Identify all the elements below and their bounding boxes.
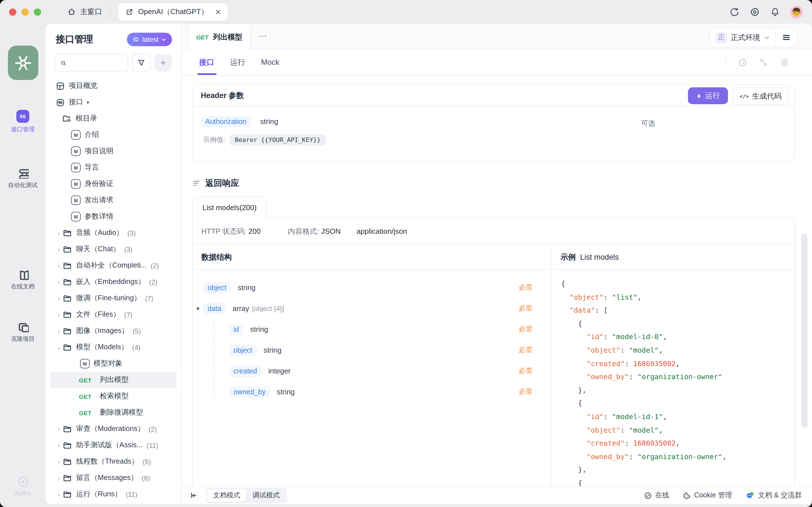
endpoint-tab[interactable]: GET 列出模型	[188, 24, 251, 50]
tree-endpoint-item[interactable]: GET删除微调模型	[46, 404, 181, 421]
tree-folder[interactable]: ›嵌入（Embeddings）(2)	[46, 274, 181, 290]
tree-doc-item[interactable]: M参数详情	[46, 209, 181, 225]
tree-folder[interactable]: ›图像（Images）(5)	[46, 323, 181, 339]
settings-gear-icon[interactable]	[749, 6, 760, 17]
collapse-sidebar-icon[interactable]	[190, 491, 198, 500]
search-field[interactable]	[70, 58, 122, 67]
tree-folder[interactable]: ›微调（Fine-tuning）(7)	[46, 290, 181, 306]
document-tabbar: GET 列出模型 ⋯ 正 正式环境	[182, 24, 812, 50]
chevron-right-icon[interactable]: ›	[55, 426, 63, 432]
folder-icon	[63, 424, 72, 434]
tree-folder[interactable]: ›线程数（Threads）(5)	[46, 453, 181, 470]
folder-icon	[63, 244, 72, 254]
debug-mode-button[interactable]: 调试模式	[246, 489, 286, 502]
run-button[interactable]: 运行	[688, 87, 728, 104]
rail-item-api-manage[interactable]: 96接口管理	[0, 110, 46, 133]
chevron-right-icon[interactable]: ›	[55, 279, 63, 285]
tree-folder[interactable]: ›审查（Moderations）(2)	[46, 421, 181, 437]
chevron-right-icon[interactable]: ›	[55, 246, 63, 252]
chevron-down-icon[interactable]: ⌄	[55, 344, 63, 350]
tree-endpoint-selected[interactable]: GET列出模型	[50, 372, 176, 388]
cookie-manager[interactable]: Cookie 管理	[683, 491, 732, 500]
apifox-brand-label: Apifox	[15, 490, 31, 496]
sidebar-item-overview[interactable]: 项目概览	[46, 78, 181, 94]
rail-item-automation[interactable]: 自动化测试	[0, 167, 46, 189]
schema-field-object[interactable]: objectstring必需	[193, 277, 552, 298]
tree-folder[interactable]: ›聊天（Chat）(3)	[46, 241, 181, 258]
vertical-scrollbar[interactable]	[801, 233, 808, 428]
tree-doc-item[interactable]: M发出请求	[46, 192, 181, 209]
chevron-right-icon[interactable]: ›	[55, 442, 63, 448]
schema-field-data[interactable]: ▼dataarray[object {4}]必需	[193, 298, 552, 319]
community-link[interactable]: 文档 & 交流群	[746, 491, 802, 500]
home-label: 主窗口	[80, 7, 102, 17]
sync-icon[interactable]	[729, 6, 740, 17]
schema-field-owned_by[interactable]: owned_bystring必需	[214, 381, 552, 402]
example-json[interactable]: { "object": "list", "data": [ { "id": "m…	[552, 270, 795, 486]
tree-doc-item[interactable]: M身份验证	[46, 176, 181, 192]
tree-folder[interactable]: ›留言（Messages）(8)	[46, 470, 181, 486]
doc-mode-button[interactable]: 文档模式	[207, 489, 246, 502]
minimize-window-button[interactable]	[21, 8, 29, 15]
environment-selector[interactable]: 正 正式环境	[710, 32, 775, 43]
chevron-right-icon[interactable]: ›	[55, 491, 63, 497]
clone-project-icon	[17, 321, 29, 332]
tree-folder[interactable]: ›音频（Audio）(3)	[46, 225, 181, 241]
caret-down-icon[interactable]: ▼	[193, 305, 203, 311]
project-logo-openai[interactable]	[8, 46, 38, 80]
tree-folder[interactable]: ›文件（Files）(7)	[46, 306, 181, 323]
flow-route-icon[interactable]	[758, 57, 769, 67]
tree-doc-item[interactable]: M导言	[46, 159, 181, 176]
schema-field-id[interactable]: idstring必需	[214, 319, 552, 340]
endpoint-subtabs: 接口运行Mock	[182, 50, 812, 75]
tree-doc-item[interactable]: M介绍	[46, 127, 181, 143]
tree-folder[interactable]: ›自动补全（Completi...(2)	[46, 258, 181, 274]
filter-button[interactable]	[132, 54, 151, 72]
chevron-right-icon[interactable]: ›	[55, 263, 63, 269]
rail-item-online-docs[interactable]: 在线文档	[0, 269, 46, 291]
user-avatar[interactable]: 👦	[790, 5, 803, 18]
root-folder-icon	[62, 114, 71, 123]
app-window: 主窗口 OpenAI（ChatGPT） ✕ 👦	[0, 0, 812, 507]
zoom-window-button[interactable]	[34, 8, 41, 15]
history-icon[interactable]	[738, 57, 748, 67]
chevron-right-icon[interactable]: ›	[55, 312, 63, 318]
chevron-right-icon[interactable]: ›	[55, 459, 63, 465]
layout-menu-icon[interactable]	[776, 33, 797, 42]
tree-folder[interactable]: ›助手测试版（Assis...(11)	[46, 437, 181, 453]
close-tab-icon[interactable]: ✕	[215, 8, 221, 16]
tab-mock[interactable]: Mock	[261, 50, 280, 75]
tree-doc-item[interactable]: M模型对象	[46, 355, 181, 372]
more-tabs-button[interactable]: ⋯	[259, 31, 268, 41]
titlebar-divider	[110, 6, 110, 18]
required-badge: 必需	[519, 366, 532, 376]
response-tab[interactable]: List models(200)	[192, 196, 267, 218]
home-button[interactable]: 主窗口	[67, 7, 102, 17]
generate-code-button[interactable]: </> 生成代码	[732, 87, 789, 105]
chevron-right-icon[interactable]: ›	[55, 328, 63, 334]
add-button[interactable]: +	[154, 54, 172, 71]
sidebar-item-apis[interactable]: 接口▾	[46, 94, 181, 110]
chevron-right-icon[interactable]: ›	[55, 230, 63, 236]
chevron-right-icon[interactable]: ›	[55, 475, 63, 481]
notifications-bell-icon[interactable]	[770, 6, 780, 17]
version-selector[interactable]: latest	[127, 33, 172, 46]
tree-folder[interactable]: ›运行（Runs）(11)	[46, 486, 181, 503]
tree-endpoint-item[interactable]: GET检索模型	[46, 388, 181, 404]
schema-field-created[interactable]: createdinteger必需	[214, 360, 552, 381]
schema-field-object[interactable]: objectstring必需	[214, 340, 552, 360]
project-tab[interactable]: OpenAI（ChatGPT） ✕	[118, 3, 228, 21]
rail-item-clone-project[interactable]: 克隆项目	[0, 321, 46, 343]
tree-folder-root[interactable]: 根目录	[46, 110, 181, 127]
search-input[interactable]	[55, 54, 128, 72]
online-status[interactable]: 在线	[644, 491, 669, 500]
tab-运行[interactable]: 运行	[230, 50, 245, 75]
chevron-right-icon[interactable]: ›	[55, 295, 63, 301]
tree-doc-item[interactable]: M项目说明	[46, 143, 181, 159]
required-badge: 必需	[519, 283, 532, 292]
tree-folder[interactable]: ⌄模型（Models）(4)	[46, 339, 181, 355]
endpoint-settings-icon[interactable]	[779, 57, 790, 67]
chevron-down-icon	[764, 35, 770, 40]
tab-接口[interactable]: 接口	[199, 50, 214, 75]
close-window-button[interactable]	[9, 8, 16, 15]
